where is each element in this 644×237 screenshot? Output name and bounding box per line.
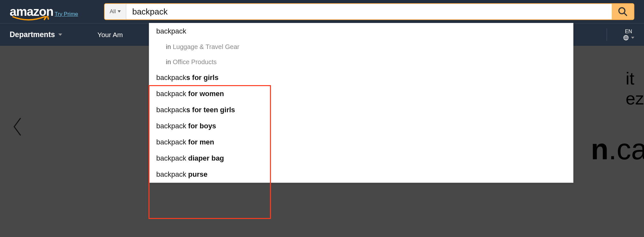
search-bar: All bbox=[104, 3, 634, 20]
suggestion-item[interactable]: backpack diaper bag bbox=[149, 150, 573, 166]
suggestion-suffix: for boys bbox=[188, 122, 216, 130]
svg-marker-0 bbox=[118, 10, 121, 13]
search-suggestions-dropdown: backpack in Luggage & Travel Gear in Off… bbox=[149, 23, 573, 183]
globe-icon bbox=[623, 35, 629, 41]
dept-name: Luggage & Travel Gear bbox=[173, 43, 239, 50]
suggestion-suffix: diaper bag bbox=[188, 154, 224, 162]
search-category-label: All bbox=[110, 8, 116, 15]
hero-line-1: it bbox=[626, 68, 644, 88]
suggestion-primary[interactable]: backpack bbox=[149, 23, 573, 39]
language-selector[interactable]: EN bbox=[623, 29, 634, 41]
hero-logo-bold: n bbox=[591, 133, 609, 165]
suggestion-item[interactable]: backpack for women bbox=[149, 86, 573, 102]
logo-section[interactable]: amazon Try Prime bbox=[10, 5, 78, 19]
suggestion-item[interactable]: backpack purse bbox=[149, 166, 573, 183]
search-inner: All bbox=[104, 3, 634, 20]
chevron-down-icon bbox=[58, 34, 62, 36]
dept-name: Office Products bbox=[173, 58, 216, 65]
suggestion-suffix: s for girls bbox=[186, 74, 218, 82]
suggestion-suffix: purse bbox=[188, 170, 207, 178]
departments-menu[interactable]: Departments bbox=[10, 30, 62, 39]
suggestion-prefix: backpack bbox=[156, 122, 188, 130]
suggestion-prefix: backpack bbox=[156, 90, 188, 98]
chevron-left-icon bbox=[12, 117, 23, 137]
suggestion-item[interactable]: backpack for men bbox=[149, 134, 573, 150]
chevron-down-icon bbox=[118, 10, 121, 13]
suggestion-prefix: backpack bbox=[156, 138, 188, 146]
hero-logo-fragment: n.ca bbox=[591, 133, 644, 166]
your-amazon-link[interactable]: Your Am bbox=[98, 31, 123, 39]
suggestion-suffix: for women bbox=[188, 90, 224, 98]
in-label: in bbox=[166, 58, 171, 65]
suggestion-suffix: for men bbox=[188, 138, 214, 146]
suggestion-department[interactable]: in Office Products bbox=[149, 54, 573, 70]
suggestion-item[interactable]: backpack for boys bbox=[149, 118, 573, 134]
suggestion-text: backpack bbox=[156, 27, 186, 35]
amazon-smile-icon bbox=[11, 16, 50, 23]
suggestion-prefix: backpack bbox=[156, 74, 186, 82]
try-prime-link[interactable]: Try Prime bbox=[54, 11, 78, 17]
hero-logo-light: .ca bbox=[609, 133, 644, 165]
suggestion-item[interactable]: backpacks for teen girls bbox=[149, 102, 573, 118]
nav-divider bbox=[607, 28, 607, 41]
hero-text: it ez bbox=[626, 68, 644, 108]
carousel-prev-button[interactable] bbox=[12, 117, 23, 138]
suggestion-prefix: backpack bbox=[156, 170, 188, 178]
amazon-logo: amazon bbox=[10, 5, 53, 19]
chevron-down-icon bbox=[631, 37, 634, 39]
suggestion-department[interactable]: in Luggage & Travel Gear bbox=[149, 39, 573, 54]
language-code: EN bbox=[625, 29, 632, 35]
in-label: in bbox=[166, 43, 171, 50]
header-top: amazon Try Prime All bbox=[0, 0, 644, 23]
search-category-dropdown[interactable]: All bbox=[105, 4, 127, 19]
svg-line-2 bbox=[624, 13, 627, 15]
search-input[interactable] bbox=[126, 4, 612, 19]
suggestion-item[interactable]: backpacks for girls bbox=[149, 70, 573, 86]
suggestion-prefix: backpack bbox=[156, 154, 188, 162]
departments-label: Departments bbox=[10, 30, 55, 39]
hero-line-2: ez bbox=[626, 88, 644, 108]
suggestion-suffix: s for teen girls bbox=[186, 106, 235, 114]
search-icon bbox=[618, 6, 628, 17]
search-button[interactable] bbox=[612, 4, 634, 19]
suggestion-prefix: backpack bbox=[156, 106, 186, 114]
